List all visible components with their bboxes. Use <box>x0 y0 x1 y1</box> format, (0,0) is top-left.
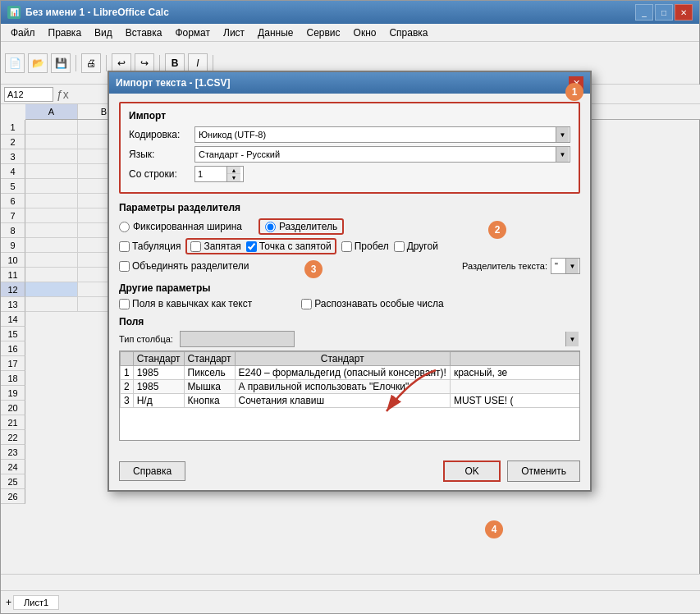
merge-checkbox-option[interactable]: Объединять разделители <box>119 260 249 272</box>
text-separator-wrapper: " ▼ <box>551 258 580 274</box>
comma-label: Запятая <box>204 241 240 252</box>
tab-checkbox-option[interactable]: Табуляция <box>119 241 181 252</box>
badge-4: 4 <box>485 520 503 538</box>
preview-cell-row3-1: Н/д <box>133 394 184 408</box>
ok-button[interactable]: OK <box>443 460 501 482</box>
separator-chars-row: Табуляция Запятая Точка с запятой <box>119 238 580 254</box>
from-row-input[interactable] <box>195 167 226 181</box>
encoding-row: Кодировка: Юникод (UTF-8) ▼ <box>129 126 570 143</box>
preview-cell-row1-1: 1985 <box>133 366 184 380</box>
preview-cell-row3-0: 3 <box>121 394 134 408</box>
separator-text-row: Объединять разделители Разделитель текст… <box>119 258 580 274</box>
from-row-label: Со строки: <box>129 168 194 180</box>
preview-header-row: Стандарт Стандарт Стандарт Стандарт <box>121 352 581 366</box>
preview-cell-row2-0: 2 <box>121 380 134 394</box>
language-label: Язык: <box>129 149 194 160</box>
other-section-title: Другие параметры <box>119 282 580 294</box>
fixed-width-radio[interactable] <box>119 222 130 232</box>
language-select[interactable]: Стандарт - Русский <box>194 146 570 163</box>
modal-body: Импорт Кодировка: Юникод (UTF-8) ▼ Язык: <box>109 94 590 456</box>
preview-col-header-0 <box>121 352 134 366</box>
modal-dialog: Импорт текста - [1.CSV] ✕ Импорт Кодиров… <box>108 71 592 492</box>
preview-cell-row1-2: Пиксель <box>184 366 235 380</box>
special-numbers-checkbox-option[interactable]: Распознавать особые числа <box>301 298 443 309</box>
preview-col-header-4 <box>450 352 580 366</box>
from-row-up-button[interactable]: ▲ <box>227 167 240 174</box>
preview-cell-row1-0: 1 <box>121 366 134 380</box>
semicolon-checkbox-option[interactable]: Точка с запятой <box>246 241 332 252</box>
special-numbers-label: Распознавать особые числа <box>314 298 443 309</box>
space-checkbox[interactable] <box>341 241 352 252</box>
preview-table-body: 1 1985 Пиксель E240 – формальдегид (опас… <box>121 366 581 408</box>
ok-cancel-group: OK Отменить <box>443 460 580 482</box>
from-row-down-button[interactable]: ▼ <box>227 174 240 181</box>
text-separator-row: Разделитель текста: " ▼ <box>462 258 580 274</box>
badge-2: 2 <box>488 221 506 239</box>
badge-3: 3 <box>304 260 323 278</box>
modal-overlay: 1 2 3 4 Импорт текста - [1.CSV] ✕ <box>1 1 700 614</box>
col-type-row: Тип столбца: ▼ <box>119 331 580 347</box>
preview-cell-row2-2: Мышка <box>184 380 235 394</box>
space-label: Пробел <box>355 241 389 252</box>
other-checkbox-option[interactable]: Другой <box>394 241 438 252</box>
special-numbers-checkbox[interactable] <box>301 299 312 309</box>
language-select-wrapper: Стандарт - Русский ▼ <box>194 146 570 163</box>
text-separator-select[interactable]: " <box>551 258 580 274</box>
col-type-label: Тип столбца: <box>119 334 173 344</box>
preview-cell-row1-4: красный, зе <box>450 366 580 380</box>
delimiter-radio[interactable] <box>265 222 276 232</box>
merge-checkbox[interactable] <box>119 261 130 272</box>
preview-row-3: 3 Н/д Кнопка Сочетания клавиш MUST USE! … <box>121 394 581 408</box>
encoding-select-wrapper: Юникод (UTF-8) ▼ <box>194 126 570 143</box>
from-row-spinbox-buttons: ▲ ▼ <box>226 167 240 181</box>
text-separator-label: Разделитель текста: <box>462 261 547 271</box>
preview-table-wrapper: Стандарт Стандарт Стандарт Стандарт 1 <box>119 351 580 441</box>
encoding-label: Кодировка: <box>129 129 194 140</box>
fixed-width-option[interactable]: Фиксированная ширина <box>119 221 242 232</box>
preview-col-header-2: Стандарт <box>184 352 235 366</box>
preview-cell-row1-3: E240 – формальдегид (опасный консервант)… <box>235 366 450 380</box>
help-button[interactable]: Справка <box>119 461 185 481</box>
encoding-select[interactable]: Юникод (UTF-8) <box>194 126 570 143</box>
col-type-select[interactable] <box>180 331 295 347</box>
comma-checkbox-option[interactable]: Запятая <box>190 241 240 252</box>
preview-cell-row3-4: MUST USE! ( <box>450 394 580 408</box>
quoted-label: Поля в кавычках как текст <box>132 298 252 309</box>
cancel-button[interactable]: Отменить <box>507 460 580 482</box>
highlighted-checkboxes: Запятая Точка с запятой <box>185 238 336 254</box>
modal-title: Импорт текста - [1.CSV] <box>116 77 230 89</box>
delimiter-type-row: Фиксированная ширина Разделитель <box>119 218 580 235</box>
main-window: 📊 Без имени 1 - LibreOffice Calc _ □ ✕ Ф… <box>0 0 700 614</box>
merge-row: Объединять разделители <box>119 260 249 272</box>
preview-cell-row3-2: Кнопка <box>184 394 235 408</box>
space-checkbox-option[interactable]: Пробел <box>341 241 389 252</box>
other-section: Другие параметры Поля в кавычках как тек… <box>119 282 580 309</box>
import-section-title: Импорт <box>129 110 570 121</box>
quoted-checkbox-option[interactable]: Поля в кавычках как текст <box>119 298 252 309</box>
comma-checkbox[interactable] <box>190 241 201 252</box>
badge-1: 1 <box>565 83 583 101</box>
delimiter-radio-option[interactable]: Разделитель <box>265 221 337 232</box>
from-row-row: Со строки: ▲ ▼ <box>129 166 570 182</box>
preview-col-header-3: Стандарт <box>235 352 450 366</box>
preview-cell-row2-4 <box>450 380 580 394</box>
tab-checkbox[interactable] <box>119 241 130 252</box>
semicolon-checkbox[interactable] <box>246 241 257 252</box>
delimiter-label: Разделитель <box>279 221 337 232</box>
other-row: Поля в кавычках как текст Распознавать о… <box>119 298 580 309</box>
quoted-checkbox[interactable] <box>119 299 130 309</box>
language-row: Язык: Стандарт - Русский ▼ <box>129 146 570 163</box>
delimiter-option-highlighted: Разделитель <box>258 218 344 235</box>
modal-footer: Справка OK Отменить <box>109 456 590 490</box>
tab-label: Табуляция <box>132 241 181 252</box>
modal-title-bar: Импорт текста - [1.CSV] ✕ <box>109 72 590 94</box>
other-checkbox[interactable] <box>394 241 405 252</box>
preview-row-1: 1 1985 Пиксель E240 – формальдегид (опас… <box>121 366 581 380</box>
from-row-spinbox: ▲ ▼ <box>194 166 244 182</box>
preview-cell-row2-1: 1985 <box>133 380 184 394</box>
col-type-arrow: ▼ <box>565 332 579 346</box>
preview-row-2: 2 1985 Мышка А правильной использовать "… <box>121 380 581 394</box>
separator-section-title: Параметры разделителя <box>119 202 580 213</box>
fixed-width-label: Фиксированная ширина <box>133 221 242 232</box>
semicolon-label: Точка с запятой <box>259 241 332 252</box>
